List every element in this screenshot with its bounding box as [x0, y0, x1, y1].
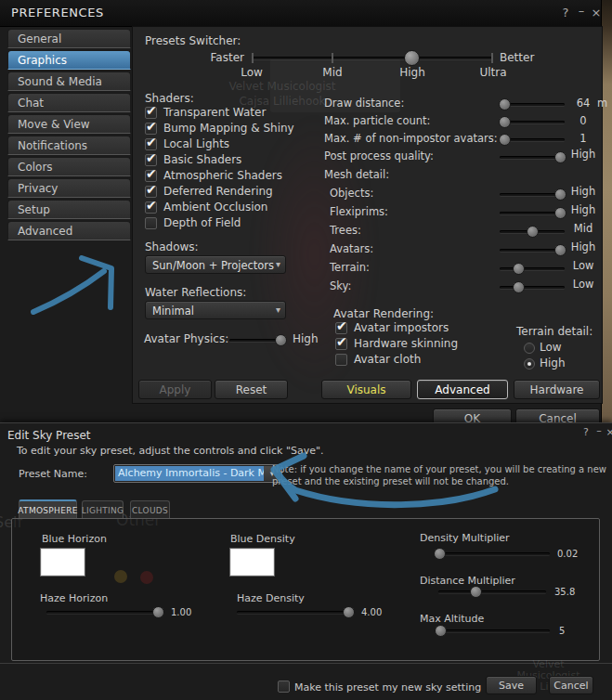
checkbox-make-default-sky[interactable]: ✔: [278, 681, 290, 693]
window-title: PREFERENCES: [11, 6, 104, 19]
close-icon[interactable]: ×: [590, 6, 603, 19]
slider-thumb[interactable]: [275, 334, 287, 346]
blue-horizon-label: Blue Horizon: [42, 533, 107, 545]
draw-distance-slider[interactable]: [500, 98, 565, 110]
haze-horizon-value: 1.00: [171, 607, 191, 617]
checkbox-basic-shaders[interactable]: ✔: [145, 154, 157, 166]
slider-thumb[interactable]: [513, 263, 525, 275]
slider-thumb[interactable]: [499, 98, 511, 110]
sidebar-item-setup[interactable]: Setup: [7, 200, 131, 219]
slider-thumb[interactable]: [499, 116, 511, 128]
preset-name-label: Preset Name:: [19, 468, 87, 480]
non-impostor-label: Max. # of non-impostor avatars:: [324, 132, 498, 145]
avatars-slider[interactable]: [500, 244, 565, 256]
slider-thumb[interactable]: [554, 244, 566, 256]
help-icon[interactable]: ?: [579, 426, 592, 438]
slider-thumb[interactable]: [554, 207, 566, 219]
sidebar-item-notifications[interactable]: Notifications: [7, 136, 131, 155]
preset-name-dropdown[interactable]: Alchemy Immortalis - Dark Mist ▾: [113, 464, 282, 483]
checkbox-label: Deferred Rendering: [163, 185, 273, 198]
blue-density-swatch[interactable]: [230, 549, 274, 576]
checkbox-label: Local Lights: [163, 137, 229, 150]
checkbox-label: Avatar cloth: [354, 353, 421, 366]
avatar-physics-slider[interactable]: [229, 334, 286, 346]
save-button[interactable]: Save: [486, 676, 537, 694]
checkbox-avatar-impostors[interactable]: ✔: [335, 322, 347, 334]
presets-slider-thumb[interactable]: [404, 50, 420, 66]
avatars-label: Avatars:: [330, 242, 373, 255]
sky-slider[interactable]: [500, 281, 565, 293]
haze-horizon-slider[interactable]: [46, 606, 164, 618]
tab-clouds[interactable]: CLOUDS: [130, 500, 170, 519]
radio-terrain-low[interactable]: [524, 343, 535, 354]
slider-thumb[interactable]: [513, 281, 525, 293]
density-multiplier-slider[interactable]: [435, 548, 550, 560]
sidebar-item-advanced[interactable]: Advanced: [7, 221, 131, 240]
haze-density-slider[interactable]: [237, 606, 355, 618]
preferences-titlebar[interactable]: PREFERENCES ? – ×: [0, 0, 601, 27]
particle-count-slider[interactable]: [500, 116, 565, 128]
reset-button[interactable]: Reset: [215, 380, 288, 399]
haze-density-label: Haze Density: [237, 592, 305, 604]
draw-distance-value: 64: [566, 97, 600, 110]
post-process-value: High: [566, 148, 600, 161]
slider-thumb[interactable]: [554, 188, 566, 201]
close-icon[interactable]: ×: [604, 426, 612, 438]
sidebar-item-sound-media[interactable]: Sound & Media: [7, 71, 131, 91]
tab-lighting[interactable]: LIGHTING: [82, 500, 124, 519]
apply-button[interactable]: Apply: [138, 380, 212, 399]
sky-cancel-button[interactable]: Cancel: [549, 676, 593, 694]
shadows-dropdown[interactable]: Sun/Moon + Projectors ▾: [145, 255, 286, 274]
slider-thumb[interactable]: [527, 226, 539, 238]
help-icon[interactable]: ?: [559, 6, 572, 19]
non-impostor-slider[interactable]: [500, 134, 565, 146]
checkbox-bump-mapping[interactable]: ✔: [145, 123, 157, 135]
advanced-tab-button[interactable]: Advanced: [417, 380, 508, 399]
blue-horizon-swatch[interactable]: [41, 549, 85, 576]
slider-thumb[interactable]: [434, 548, 446, 560]
blue-density-label: Blue Density: [230, 533, 295, 545]
hardware-tab-button[interactable]: Hardware: [514, 380, 600, 399]
avatar-physics-label: Avatar Physics:: [144, 332, 228, 345]
checkbox-atmospheric-shaders[interactable]: ✔: [145, 170, 157, 182]
presets-switcher-slider[interactable]: [252, 49, 493, 66]
flexiprims-slider[interactable]: [500, 207, 565, 219]
terrain-slider[interactable]: [500, 263, 565, 275]
distance-multiplier-slider[interactable]: [438, 586, 546, 598]
sidebar-item-chat[interactable]: Chat: [7, 93, 131, 112]
density-multiplier-label: Density Multiplier: [420, 532, 510, 544]
visuals-tab-button[interactable]: Visuals: [321, 380, 411, 399]
checkbox-avatar-cloth[interactable]: ✔: [335, 354, 347, 366]
checkbox-deferred-rendering[interactable]: ✔: [145, 186, 157, 198]
objects-slider[interactable]: [500, 188, 565, 201]
sidebar-item-graphics[interactable]: Graphics: [7, 50, 131, 70]
sidebar-item-colors[interactable]: Colors: [7, 157, 131, 176]
sidebar-item-move-view[interactable]: Move & View: [7, 114, 131, 134]
minimize-icon[interactable]: –: [575, 4, 588, 18]
water-reflections-dropdown[interactable]: Minimal ▾: [145, 301, 286, 319]
checkbox-transparent-water[interactable]: ✔: [145, 107, 157, 119]
slider-thumb[interactable]: [499, 134, 511, 146]
checkbox-depth-of-field[interactable]: ✔: [145, 217, 157, 229]
radio-terrain-high[interactable]: [524, 358, 535, 369]
radio-label: High: [540, 356, 566, 369]
preferences-window: PREFERENCES ? – × General Graphics Sound…: [0, 0, 602, 436]
slider-thumb[interactable]: [435, 625, 447, 637]
tab-atmosphere[interactable]: ATMOSPHERE: [19, 499, 77, 519]
checkbox-ambient-occlusion[interactable]: ✔: [145, 201, 157, 214]
post-process-slider[interactable]: [500, 151, 565, 163]
trees-slider[interactable]: [500, 226, 565, 238]
slider-thumb[interactable]: [554, 151, 566, 163]
sidebar-item-privacy[interactable]: Privacy: [7, 178, 131, 198]
slider-thumb[interactable]: [470, 586, 482, 598]
slider-thumb[interactable]: [343, 606, 355, 618]
preset-name-value[interactable]: Alchemy Immortalis - Dark Mist: [115, 466, 269, 481]
graphics-panel: Velvet Musicologist Cajsa Lilliehook Pre…: [132, 26, 603, 404]
slider-thumb[interactable]: [152, 606, 164, 618]
tick-label-ultra: Ultra: [465, 66, 521, 79]
checkbox-local-lights[interactable]: ✔: [145, 138, 157, 150]
check-icon: ✔: [146, 135, 157, 149]
max-altitude-slider[interactable]: [435, 625, 550, 637]
checkbox-hardware-skinning[interactable]: ✔: [335, 338, 347, 350]
sidebar-item-general[interactable]: General: [7, 29, 131, 48]
